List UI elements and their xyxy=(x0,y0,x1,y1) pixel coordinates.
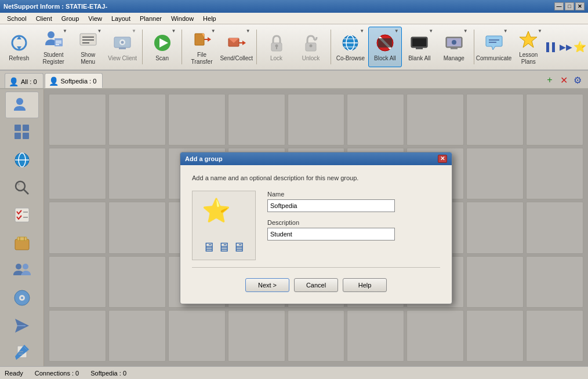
send-collect-button[interactable]: Send/Collect ▼ xyxy=(220,27,253,67)
minimize-button[interactable]: — xyxy=(554,2,564,10)
desc-label: Description xyxy=(267,219,440,226)
dialog-computers: 🖥 🖥 🖥 xyxy=(202,240,245,255)
tab-bar: 👤 All : 0 👤 Softpedia : 0 + ✕ ⚙ xyxy=(0,71,588,89)
separator-5 xyxy=(474,30,474,64)
sidebar-item-users[interactable] xyxy=(5,257,39,284)
block-all-arrow: ▼ xyxy=(394,28,399,34)
tab-softpedia-label: Softpedia : 0 xyxy=(61,78,97,85)
show-menu-arrow: ▼ xyxy=(97,28,101,34)
config-tab-button[interactable]: ⚙ xyxy=(572,74,583,86)
separator-1 xyxy=(142,30,143,64)
separator-3 xyxy=(256,30,257,64)
manage-label: Manage xyxy=(444,55,464,62)
dialog-form: Name Description xyxy=(267,191,440,260)
status-connections: Connections : 0 xyxy=(35,370,79,377)
app-title: NetSupport Inform : STATIE-ETAJ- xyxy=(3,3,107,10)
status-bar: Ready Connections : 0 Softpedia : 0 xyxy=(0,366,588,379)
lock-icon xyxy=(266,32,288,54)
view-client-button[interactable]: View Client ▼ xyxy=(106,27,139,67)
maximize-button[interactable]: □ xyxy=(565,2,574,10)
remove-tab-button[interactable]: ✕ xyxy=(558,74,569,86)
sidebar-item-box[interactable] xyxy=(5,229,39,256)
manage-button[interactable]: Manage ▼ xyxy=(437,27,470,67)
sidebar-item-send[interactable] xyxy=(5,312,39,339)
dialog-close-button[interactable]: ✕ xyxy=(438,155,447,163)
sidebar-item-thumbnail[interactable] xyxy=(5,92,39,118)
name-form-group: Name xyxy=(267,191,440,212)
menu-school[interactable]: School xyxy=(2,14,31,23)
tab-softpedia[interactable]: 👤 Softpedia : 0 xyxy=(45,73,103,88)
block-all-button[interactable]: Block All ▼ xyxy=(368,27,401,67)
file-transfer-arrow: ▼ xyxy=(211,28,216,34)
sidebar-item-grid[interactable] xyxy=(5,119,39,146)
sidebar-item-search[interactable] xyxy=(5,174,39,201)
dialog-title: Add a group xyxy=(185,155,223,162)
next-button[interactable]: Next > xyxy=(245,278,289,292)
close-button[interactable]: ✕ xyxy=(575,2,585,10)
co-browse-button[interactable]: Co-Browse ▼ xyxy=(334,27,367,67)
title-bar-controls: — □ ✕ xyxy=(554,2,585,10)
file-transfer-label: File Transfer xyxy=(187,52,216,65)
svg-rect-42 xyxy=(451,48,458,49)
lock-button[interactable]: Lock xyxy=(260,27,293,67)
menu-view[interactable]: View xyxy=(84,14,107,23)
desc-input[interactable] xyxy=(267,228,395,240)
help-button[interactable]: Help xyxy=(343,278,387,292)
svg-rect-61 xyxy=(15,239,29,250)
tab-all[interactable]: 👤 All : 0 xyxy=(5,73,43,88)
name-input[interactable] xyxy=(267,199,395,212)
manage-arrow: ▼ xyxy=(463,28,468,34)
content-grid: 3DFsearch.net www.softpedia.com xyxy=(44,89,588,366)
menu-layout[interactable]: Layout xyxy=(107,14,135,23)
show-menu-icon xyxy=(77,28,99,50)
menu-help[interactable]: Help xyxy=(198,14,221,23)
file-transfer-button[interactable]: File Transfer ▼ xyxy=(185,27,218,67)
toolbar-right-icon-2[interactable]: ▶▶ xyxy=(560,41,572,53)
lock-label: Lock xyxy=(270,55,282,62)
student-register-button[interactable]: Student Register ▼ xyxy=(37,27,70,67)
sidebar-item-edit[interactable] xyxy=(5,340,39,366)
co-browse-label: Co-Browse xyxy=(336,55,365,62)
computer-icon-1: 🖥 xyxy=(202,240,215,255)
svg-rect-39 xyxy=(416,48,423,49)
lesson-plans-button[interactable]: Lesson Plans ▼ xyxy=(512,27,545,67)
sidebar-item-checklist[interactable] xyxy=(5,202,39,228)
svg-line-56 xyxy=(24,190,28,194)
menu-group[interactable]: Group xyxy=(57,14,84,23)
svg-rect-13 xyxy=(119,48,126,49)
refresh-button[interactable]: Refresh xyxy=(2,27,35,67)
dialog-separator xyxy=(192,267,440,268)
student-register-icon xyxy=(42,28,64,50)
menu-window[interactable]: Window xyxy=(166,14,198,23)
svg-point-55 xyxy=(16,181,25,191)
menu-client[interactable]: Client xyxy=(31,14,57,23)
scan-button[interactable]: Scan ▼ xyxy=(146,27,179,67)
sidebar-item-scan[interactable] xyxy=(5,147,39,173)
manage-icon xyxy=(443,32,465,54)
svg-point-65 xyxy=(16,264,21,269)
show-menu-button[interactable]: Show Menu ▼ xyxy=(71,27,104,67)
blank-all-button[interactable]: Blank All ▼ xyxy=(403,27,436,67)
communicate-button[interactable]: Communicate ▼ xyxy=(477,27,511,67)
cancel-button[interactable]: Cancel xyxy=(294,278,338,292)
toolbar-right-icon-1[interactable]: ▌▌ xyxy=(546,41,558,53)
svg-rect-50 xyxy=(14,133,21,139)
blank-all-arrow: ▼ xyxy=(429,28,433,34)
svg-rect-2 xyxy=(55,38,63,46)
lesson-plans-arrow: ▼ xyxy=(538,28,542,34)
svg-rect-58 xyxy=(15,208,29,222)
tab-softpedia-icon: 👤 xyxy=(49,76,59,86)
menu-planner[interactable]: Planner xyxy=(135,14,166,23)
svg-point-43 xyxy=(452,40,456,45)
scan-label: Scan xyxy=(155,55,169,62)
separator-4 xyxy=(331,30,331,64)
toolbar-right-icon-3[interactable]: ⭐ xyxy=(574,41,586,53)
co-browse-arrow: ▼ xyxy=(360,28,364,34)
svg-rect-62 xyxy=(17,237,27,240)
add-tab-button[interactable]: + xyxy=(544,74,556,86)
view-client-icon xyxy=(111,32,133,54)
sidebar-item-disc[interactable] xyxy=(5,285,39,311)
unlock-button[interactable]: Unlock xyxy=(294,27,327,67)
send-collect-arrow: ▼ xyxy=(246,28,251,34)
status-softpedia: Softpedia : 0 xyxy=(90,370,126,377)
